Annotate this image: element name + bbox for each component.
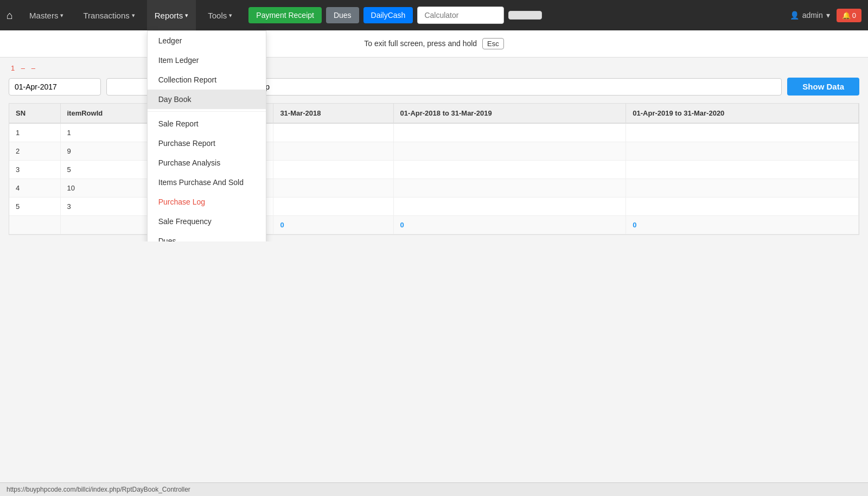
date-from-input[interactable] <box>9 78 101 96</box>
admin-arrow-icon: ▾ <box>826 11 830 20</box>
nav-reports[interactable]: Reports ▾ Ledger Item Ledger Collection … <box>147 0 196 30</box>
cell-sn: 5 <box>9 198 60 216</box>
show-data-button[interactable]: Show Data <box>787 78 859 96</box>
cell-val3 <box>626 123 859 142</box>
cell-val3 <box>626 179 859 198</box>
blank-button[interactable] <box>508 11 542 20</box>
data-table-wrapper: SN itemRowId itemName 31-Mar-2018 01-Apr… <box>9 103 859 235</box>
cell-val2 <box>393 142 626 161</box>
table-row: 4 10 Ite... <box>9 179 859 198</box>
total-val1: 0 <box>273 216 393 234</box>
table-row: 2 9 Ite... <box>9 142 859 161</box>
dropdown-item-purchase-report[interactable]: Purchase Report <box>148 133 266 153</box>
cell-sn: 4 <box>9 179 60 198</box>
col-date-2: 01-Apr-2018 to 31-Mar-2019 <box>393 104 626 123</box>
nav-tools[interactable]: Tools ▾ <box>200 0 240 30</box>
breadcrumb-dash-1: – <box>21 64 27 72</box>
cell-sn: 2 <box>9 142 60 161</box>
total-row: Total 0 0 0 <box>9 216 859 234</box>
nav-transactions[interactable]: Transactions ▾ <box>75 0 142 30</box>
daily-cash-button[interactable]: DailyCash <box>363 7 413 23</box>
main-content: 1 – – Show Data SN itemRowId itemName 31… <box>0 58 868 241</box>
table-row: 3 5 Ite... <box>9 161 859 179</box>
navbar: ⌂ Masters ▾ Transactions ▾ Reports ▾ Led… <box>0 0 868 30</box>
cell-val1 <box>273 142 393 161</box>
cell-val3 <box>626 161 859 179</box>
dropdown-item-ledger[interactable]: Ledger <box>148 31 266 50</box>
reports-arrow-icon: ▾ <box>185 12 188 19</box>
cell-sn: 3 <box>9 161 60 179</box>
transactions-arrow-icon: ▾ <box>132 12 135 19</box>
dropdown-item-day-book[interactable]: Day Book <box>148 90 266 109</box>
user-icon: 👤 <box>790 11 799 20</box>
admin-menu[interactable]: 👤 admin ▾ <box>790 11 830 20</box>
cell-val3 <box>626 142 859 161</box>
cell-val1 <box>273 198 393 216</box>
table-row: 1 1 De... <box>9 123 859 142</box>
dropdown-item-sale-frequency[interactable]: Sale Frequency <box>148 212 266 231</box>
cell-sn: 1 <box>9 123 60 142</box>
total-val2: 0 <box>393 216 626 234</box>
calculator-input[interactable] <box>417 7 504 24</box>
col-date-3: 01-Apr-2019 to 31-Mar-2020 <box>626 104 859 123</box>
party-input[interactable] <box>220 78 782 96</box>
col-date-1: 31-Mar-2018 <box>273 104 393 123</box>
table-header-row: SN itemRowId itemName 31-Mar-2018 01-Apr… <box>9 104 859 123</box>
total-val3: 0 <box>626 216 859 234</box>
cell-val1 <box>273 179 393 198</box>
dropdown-item-purchase-log[interactable]: Purchase Log <box>148 192 266 212</box>
dropdown-divider <box>148 111 266 112</box>
cell-val2 <box>393 161 626 179</box>
dropdown-item-item-ledger[interactable]: Item Ledger <box>148 50 266 70</box>
cell-val2 <box>393 179 626 198</box>
nav-masters[interactable]: Masters ▾ <box>22 0 71 30</box>
cell-val1 <box>273 123 393 142</box>
masters-arrow-icon: ▾ <box>60 12 63 19</box>
dropdown-item-items-purchase-sold[interactable]: Items Purchase And Sold <box>148 173 266 192</box>
cell-val1 <box>273 161 393 179</box>
reports-dropdown: Ledger Item Ledger Collection Report Day… <box>147 30 266 241</box>
fullscreen-notice: To exit full screen, press and hold Esc <box>0 30 868 58</box>
cell-val3 <box>626 198 859 216</box>
bell-icon: 🔔 <box>842 11 851 20</box>
dropdown-item-collection-report[interactable]: Collection Report <box>148 70 266 90</box>
data-table: SN itemRowId itemName 31-Mar-2018 01-Apr… <box>9 104 859 234</box>
payment-receipt-button[interactable]: Payment Receipt <box>248 7 322 23</box>
table-row: 5 3 Ite... <box>9 198 859 216</box>
dropdown-item-dues[interactable]: Dues <box>148 231 266 241</box>
esc-key: Esc <box>482 38 504 49</box>
dues-button[interactable]: Dues <box>326 7 359 23</box>
notification-button[interactable]: 🔔 0 <box>837 9 861 22</box>
cell-val2 <box>393 123 626 142</box>
dropdown-item-sale-report[interactable]: Sale Report <box>148 114 266 133</box>
tools-arrow-icon: ▾ <box>229 12 232 19</box>
col-sn: SN <box>9 104 60 123</box>
filter-row: Show Data <box>9 78 859 96</box>
dropdown-item-purchase-analysis[interactable]: Purchase Analysis <box>148 153 266 173</box>
breadcrumb-dash-2: – <box>31 64 35 72</box>
cell-val2 <box>393 198 626 216</box>
home-icon[interactable]: ⌂ <box>7 9 13 22</box>
navbar-right: 👤 admin ▾ 🔔 0 <box>790 9 861 22</box>
breadcrumb: 1 – – <box>9 64 859 72</box>
